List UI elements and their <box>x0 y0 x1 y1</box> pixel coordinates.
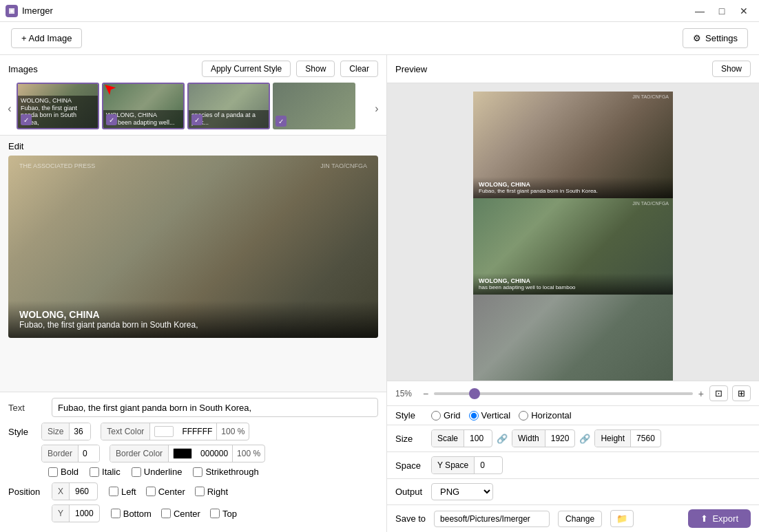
settings-label: Settings <box>705 33 738 43</box>
titlebar-controls: — □ ✕ <box>690 1 753 21</box>
size-settings-row: Size Scale 100 🔗 Width 1920 🔗 Height 756… <box>387 425 759 451</box>
height-label: Height <box>595 430 631 447</box>
y-label: Y <box>52 505 70 522</box>
bottom-label: Bottom <box>123 509 152 519</box>
x-label: X <box>52 483 70 500</box>
thumbnail-1[interactable]: WOLONG, CHINAFubao, the first giant pand… <box>17 83 99 129</box>
zoom-out-icon[interactable]: − <box>423 388 428 399</box>
width-value[interactable]: 1920 <box>545 434 575 443</box>
output-format-select[interactable]: PNG JPG WEBP <box>431 483 493 500</box>
text-color-hex: FFFFFF <box>178 423 216 440</box>
y-space-label: Y Space <box>432 457 475 474</box>
vertical-radio[interactable]: Vertical <box>469 410 511 421</box>
carousel-images: ➤ WOLONG, CHINAFubao, the first giant pa… <box>17 83 355 129</box>
text-color-label: Text Color <box>101 423 150 440</box>
export-button[interactable]: ⬆ Export <box>688 509 751 528</box>
border-label: Border <box>42 445 79 462</box>
edit-watermark-left: THE ASSOCIATED PRESS <box>19 162 95 169</box>
text-color-swatch-container[interactable] <box>150 423 178 440</box>
space-settings-label: Space <box>395 460 423 471</box>
minimize-button[interactable]: — <box>690 1 709 21</box>
thumb-check-2: ✓ <box>106 114 117 125</box>
close-button[interactable]: ✕ <box>734 1 753 21</box>
toolbar: + Add Image ⚙ Settings <box>0 22 759 55</box>
edit-canvas-title: WOLONG, CHINA <box>19 309 367 320</box>
thumb-check-1: ✓ <box>21 114 32 125</box>
bold-checkbox[interactable]: Bold <box>48 467 79 477</box>
height-value[interactable]: 7560 <box>631 434 661 443</box>
top-check[interactable]: Top <box>210 509 237 519</box>
zoom-bar: 15% − + ⊡ ⊞ <box>387 381 759 405</box>
text-input[interactable] <box>52 398 378 417</box>
width-link-icon[interactable]: 🔗 <box>579 434 590 444</box>
preview-image-2: JIN TAO/CNFGA WOLONG, CHINA has been ada… <box>473 198 673 295</box>
center-check-y[interactable]: Center <box>161 509 200 519</box>
add-image-button[interactable]: + Add Image <box>11 28 82 48</box>
clear-button[interactable]: Clear <box>340 61 378 77</box>
preview-title-2: WOLONG, CHINA <box>479 277 667 284</box>
horizontal-label: Horizontal <box>531 410 572 421</box>
apply-style-button[interactable]: Apply Current Style <box>202 61 291 77</box>
width-field: Width 1920 <box>512 429 575 447</box>
vertical-label: Vertical <box>481 410 511 421</box>
border-box: Border 0 <box>41 445 100 462</box>
y-value[interactable]: 1000 <box>70 509 99 518</box>
zoom-actual-button[interactable]: ⊞ <box>732 385 751 401</box>
center-check-x[interactable]: Center <box>146 487 185 497</box>
right-check[interactable]: Right <box>195 487 228 497</box>
zoom-fit-button[interactable]: ⊡ <box>709 385 728 401</box>
maximize-button[interactable]: □ <box>712 1 731 21</box>
size-box-value[interactable]: 36 <box>70 423 90 440</box>
show-images-button[interactable]: Show <box>296 61 335 77</box>
horizontal-radio[interactable]: Horizontal <box>519 410 572 421</box>
style-settings-label: Style <box>395 410 423 421</box>
y-space-field: Y Space 0 <box>431 456 503 474</box>
right-panel: Preview Show JIN TAO/CNFGA WOLONG, CHINA… <box>387 55 759 532</box>
carousel-left-arrow[interactable]: ‹ <box>3 102 17 116</box>
images-section: Images Apply Current Style Show Clear ‹ … <box>0 55 386 136</box>
thumb-check-3: ✓ <box>191 114 202 125</box>
edit-watermark-right: JIN TAO/CNFGA <box>320 162 367 169</box>
zoom-slider[interactable] <box>434 392 693 395</box>
underline-checkbox[interactable]: Underline <box>132 467 183 477</box>
position-row-x: Position X 960 Left Center <box>8 482 378 500</box>
svg-point-0 <box>10 10 13 12</box>
save-path-input[interactable] <box>434 511 550 527</box>
edit-label: Edit <box>8 141 378 151</box>
thumbnail-3[interactable]: species of a panda at a park... ✓ <box>187 83 270 129</box>
carousel-right-arrow[interactable]: › <box>370 102 384 116</box>
italic-label: Italic <box>102 467 121 477</box>
y-space-value[interactable]: 0 <box>475 460 502 470</box>
thumbnail-2[interactable]: WOLONG, CHINAhas been adapting well... ✓ <box>102 83 185 129</box>
bottom-check[interactable]: Bottom <box>111 509 152 519</box>
space-settings-row: Space Y Space 0 <box>387 451 759 478</box>
style-settings-row: Style Grid Vertical Horizontal <box>387 405 759 425</box>
italic-checkbox[interactable]: Italic <box>90 467 121 477</box>
main-layout: Images Apply Current Style Show Clear ‹ … <box>0 55 759 532</box>
show-preview-button[interactable]: Show <box>712 61 751 77</box>
output-settings-label: Output <box>395 487 423 497</box>
preview-image-3 <box>473 295 673 381</box>
left-check[interactable]: Left <box>109 487 136 497</box>
grid-radio[interactable]: Grid <box>431 410 461 421</box>
strikethrough-checkbox[interactable]: Strikethrough <box>193 467 258 477</box>
save-folder-button[interactable]: 📁 <box>610 510 634 527</box>
scale-value[interactable]: 100 <box>464 434 492 443</box>
x-coord: X 960 <box>52 482 98 500</box>
border-color-label: Border Color <box>110 445 169 462</box>
zoom-in-icon[interactable]: + <box>698 388 704 399</box>
preview-watermark-1: JIN TAO/CNFGA <box>632 94 669 99</box>
controls-section: Text Style Size 36 Text Color FFFFFF 100… <box>0 392 386 532</box>
border-value[interactable]: 0 <box>79 445 99 462</box>
preview-canvas[interactable]: JIN TAO/CNFGA WOLONG, CHINA Fubao, the f… <box>387 83 759 381</box>
save-change-button[interactable]: Change <box>558 511 602 527</box>
style-radio-group: Grid Vertical Horizontal <box>431 410 572 421</box>
settings-button[interactable]: ⚙ Settings <box>683 28 748 48</box>
position-row-y: Y 1000 Bottom Center Top <box>8 504 378 522</box>
scale-link-icon[interactable]: 🔗 <box>497 434 508 444</box>
x-position-checks: Left Center Right <box>109 487 228 497</box>
border-color-swatch-container[interactable] <box>169 445 196 462</box>
thumbnail-4[interactable]: ✓ <box>273 83 355 129</box>
export-label: Export <box>712 513 738 524</box>
x-value[interactable]: 960 <box>70 487 97 496</box>
